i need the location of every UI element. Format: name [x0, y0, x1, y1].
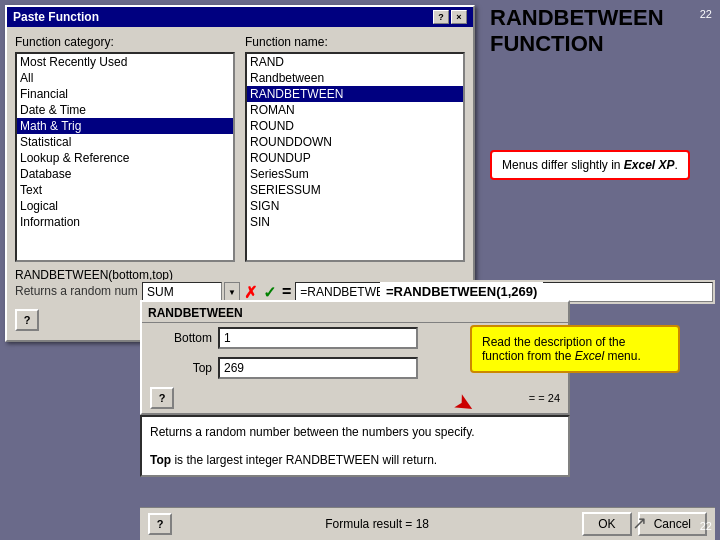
- function-container: Function name: RAND Randbetween RANDBETW…: [245, 35, 465, 262]
- dialog-title: Paste Function: [13, 10, 99, 24]
- category-label: Function category:: [15, 35, 235, 49]
- titlebar-buttons: ? ×: [433, 10, 467, 24]
- formula-dropdown[interactable]: ▼: [224, 282, 240, 302]
- returns-line2: Top is the largest integer RANDBETWEEN w…: [150, 453, 560, 467]
- top-input[interactable]: [218, 357, 418, 379]
- list-item[interactable]: ROUNDDOWN: [247, 134, 463, 150]
- bottom-input[interactable]: [218, 327, 418, 349]
- bottom-cancel-button[interactable]: Cancel: [638, 512, 707, 536]
- list-item[interactable]: Randbetween: [247, 70, 463, 86]
- cursor-indicator: ↗: [632, 512, 647, 534]
- insert-function-button[interactable]: =: [280, 283, 293, 301]
- top-label: Top: [152, 361, 212, 375]
- returns-suffix: is the largest integer RANDBETWEEN will …: [174, 453, 437, 467]
- subdialog-title: RANDBETWEEN: [142, 302, 568, 323]
- category-listbox[interactable]: Most Recently Used All Financial Date & …: [15, 52, 235, 262]
- list-item[interactable]: Information: [17, 214, 233, 230]
- formula-display: =RANDBETWEEN(1,269): [380, 282, 543, 301]
- list-item[interactable]: Text: [17, 182, 233, 198]
- list-item[interactable]: SERIESSUM: [247, 182, 463, 198]
- function-listbox[interactable]: RAND Randbetween RANDBETWEEN ROMAN ROUND…: [245, 52, 465, 262]
- bottom-label: Bottom: [152, 331, 212, 345]
- list-item[interactable]: SeriesSum: [247, 166, 463, 182]
- close-title-button[interactable]: ×: [451, 10, 467, 24]
- help-title-button[interactable]: ?: [433, 10, 449, 24]
- bottom-btn-group: OK ↗ Cancel: [582, 512, 707, 536]
- list-item[interactable]: All: [17, 70, 233, 86]
- callout-read-text: Read the description of the function fro…: [482, 335, 641, 363]
- list-item[interactable]: RAND: [247, 54, 463, 70]
- list-item[interactable]: Statistical: [17, 134, 233, 150]
- confirm-formula-button[interactable]: ✓: [261, 283, 278, 302]
- formula-result: Formula result = 18: [325, 517, 429, 531]
- list-item-randbetween[interactable]: RANDBETWEEN: [247, 86, 463, 102]
- list-item[interactable]: Lookup & Reference: [17, 150, 233, 166]
- lists-row: Function category: Most Recently Used Al…: [15, 35, 465, 262]
- page-number-top: 22: [700, 8, 712, 20]
- list-item[interactable]: ROUND: [247, 118, 463, 134]
- list-item[interactable]: ROMAN: [247, 102, 463, 118]
- top-keyword: Top: [150, 453, 171, 467]
- list-item[interactable]: Database: [17, 166, 233, 182]
- list-item[interactable]: Date & Time: [17, 102, 233, 118]
- list-item[interactable]: Most Recently Used: [17, 54, 233, 70]
- help-button[interactable]: ?: [15, 309, 39, 331]
- result-text: = = 24: [529, 392, 560, 404]
- subdialog-footer: ? = = 24: [142, 383, 568, 413]
- list-item-math-trig[interactable]: Math & Trig: [17, 118, 233, 134]
- bottom-bar: ? Formula result = 18 OK ↗ Cancel: [140, 507, 715, 540]
- callout-text: Menus differ slightly in Excel XP.: [502, 158, 678, 172]
- page-number-bottom: 22: [700, 520, 712, 532]
- list-item[interactable]: Logical: [17, 198, 233, 214]
- bottom-ok-button[interactable]: OK: [582, 512, 631, 536]
- menus-differ-callout: Menus differ slightly in Excel XP.: [490, 150, 690, 180]
- name-box[interactable]: [142, 282, 222, 302]
- list-item[interactable]: SIN: [247, 214, 463, 230]
- cancel-formula-button[interactable]: ✗: [242, 283, 259, 302]
- returns-line1: Returns a random number between the numb…: [150, 425, 560, 439]
- randbetween-title: RANDBETWEEN FUNCTION: [490, 5, 715, 58]
- list-item[interactable]: SIGN: [247, 198, 463, 214]
- bottom-help-button[interactable]: ?: [148, 513, 172, 535]
- list-item[interactable]: ROUNDUP: [247, 150, 463, 166]
- list-item[interactable]: Financial: [17, 86, 233, 102]
- subdialog-help-button[interactable]: ?: [150, 387, 174, 409]
- category-container: Function category: Most Recently Used Al…: [15, 35, 235, 262]
- returns-box: Returns a random number between the numb…: [140, 415, 570, 477]
- right-panel: RANDBETWEEN FUNCTION: [490, 5, 715, 58]
- function-label: Function name:: [245, 35, 465, 49]
- read-description-callout: Read the description of the function fro…: [470, 325, 680, 373]
- dialog-titlebar: Paste Function ? ×: [7, 7, 473, 27]
